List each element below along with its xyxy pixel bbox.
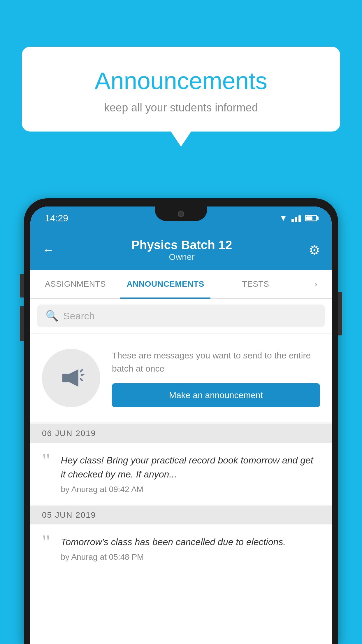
speech-bubble-subtitle: keep all your students informed <box>39 102 323 114</box>
announcement-item-2[interactable]: " Tomorrow's class has been cancelled du… <box>30 524 332 572</box>
announcement-item-1[interactable]: " Hey class! Bring your practical record… <box>30 443 332 505</box>
header-title-area: Physics Batch 12 Owner <box>131 238 232 262</box>
date-separator-1: 06 JUN 2019 <box>30 424 332 443</box>
speech-bubble: Announcements keep all your students inf… <box>22 47 340 132</box>
speech-bubble-section: Announcements keep all your students inf… <box>22 47 340 132</box>
quote-icon-2: " <box>42 532 50 552</box>
tab-assignments[interactable]: ASSIGNMENTS <box>30 270 120 298</box>
announcement-content-2: Tomorrow's class has been cancelled due … <box>61 535 320 562</box>
power-button[interactable] <box>338 292 342 335</box>
announcement-empty-state: These are messages you want to send to t… <box>30 334 332 422</box>
date-separator-2: 05 JUN 2019 <box>30 506 332 524</box>
wifi-icon: ▼ <box>279 214 287 223</box>
notch <box>155 206 207 221</box>
phone-screen: 14:29 ▼ ← Physics Batch 12 Owner ⚙ <box>30 206 332 644</box>
app-header: ← Physics Batch 12 Owner ⚙ <box>30 230 332 270</box>
settings-icon[interactable]: ⚙ <box>309 243 320 258</box>
announcement-description: These are messages you want to send to t… <box>112 349 320 375</box>
header-subtitle: Owner <box>131 252 232 262</box>
svg-line-3 <box>81 374 84 375</box>
make-announcement-button[interactable]: Make an announcement <box>112 383 320 407</box>
content-area: 🔍 Search These are messages you wa <box>30 299 332 572</box>
svg-line-4 <box>80 379 82 380</box>
tab-announcements[interactable]: ANNOUNCEMENTS <box>120 270 210 298</box>
search-placeholder: Search <box>63 310 95 322</box>
front-camera <box>178 211 184 217</box>
announcement-text-2: Tomorrow's class has been cancelled due … <box>61 535 320 549</box>
back-button[interactable]: ← <box>42 243 55 257</box>
header-title: Physics Batch 12 <box>131 238 232 252</box>
announcement-right: These are messages you want to send to t… <box>112 349 320 407</box>
announcement-meta-1: by Anurag at 09:42 AM <box>61 485 320 494</box>
search-bar[interactable]: 🔍 Search <box>37 304 325 327</box>
status-icons: ▼ <box>279 214 317 223</box>
megaphone-icon <box>57 363 86 393</box>
svg-line-2 <box>80 370 82 372</box>
search-container: 🔍 Search <box>30 299 332 333</box>
announcement-meta-2: by Anurag at 05:48 PM <box>61 552 320 562</box>
status-bar: 14:29 ▼ <box>30 206 332 230</box>
phone-frame: 14:29 ▼ ← Physics Batch 12 Owner ⚙ <box>24 198 338 644</box>
search-icon: 🔍 <box>45 310 59 322</box>
announcement-text-1: Hey class! Bring your practical record b… <box>61 453 320 481</box>
tab-tests[interactable]: TESTS <box>210 270 301 298</box>
quote-icon-1: " <box>42 450 50 471</box>
tab-more[interactable]: › <box>301 270 332 298</box>
volume-up-button[interactable] <box>20 274 24 298</box>
tabs-bar: ASSIGNMENTS ANNOUNCEMENTS TESTS › <box>30 270 332 299</box>
megaphone-circle <box>42 349 100 407</box>
signal-icon <box>291 214 301 222</box>
announcement-content-1: Hey class! Bring your practical record b… <box>61 453 320 494</box>
svg-marker-0 <box>62 369 78 387</box>
volume-down-button[interactable] <box>20 306 24 341</box>
speech-bubble-title: Announcements <box>39 67 323 94</box>
status-time: 14:29 <box>45 213 68 224</box>
battery-icon <box>305 215 317 221</box>
